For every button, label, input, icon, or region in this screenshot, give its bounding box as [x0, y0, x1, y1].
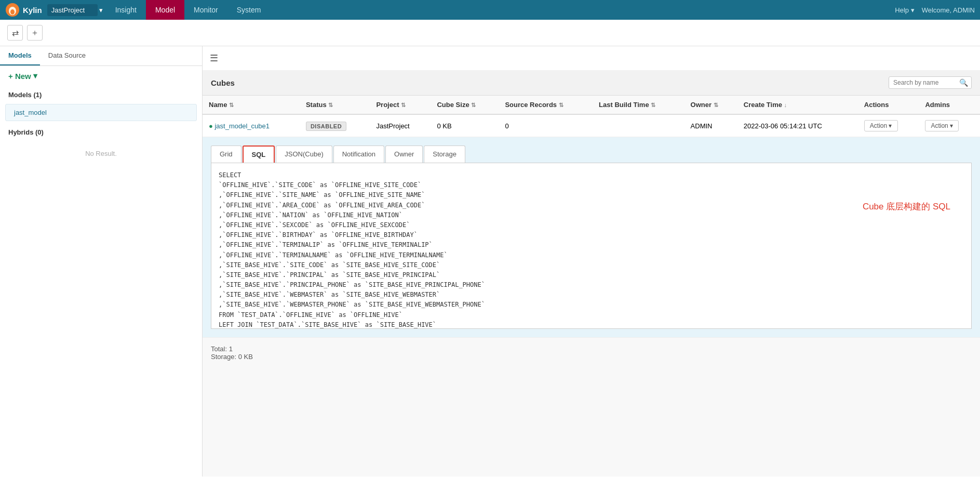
tab-grid[interactable]: Grid	[211, 145, 241, 163]
nav-system[interactable]: System	[227, 0, 271, 20]
cubes-header: Cubes 🔍	[203, 70, 980, 96]
new-button-caret: ▾	[33, 71, 37, 81]
col-admins: Admins	[919, 96, 980, 114]
tab-sql[interactable]: SQL	[243, 145, 275, 163]
expanded-content: Grid SQL JSON(Cube) Notification Owner S…	[203, 137, 980, 337]
no-result-label: No Result.	[0, 139, 202, 168]
tab-owner[interactable]: Owner	[385, 145, 423, 163]
add-button[interactable]: ＋	[27, 25, 43, 41]
expanded-row: Grid SQL JSON(Cube) Notification Owner S…	[203, 137, 980, 338]
sql-code: SELECT `OFFLINE_HIVE`.`SITE_CODE` as `OF…	[219, 170, 964, 329]
col-owner[interactable]: Owner ⇅	[684, 96, 737, 114]
nav-model[interactable]: Model	[146, 0, 184, 20]
cell-project: JastProject	[370, 114, 431, 137]
admins-dropdown[interactable]: Action ▾	[925, 120, 959, 131]
hybrids-section-header: Hybrids (0)	[0, 123, 202, 139]
sidebar-item-model[interactable]: jast_model	[5, 104, 197, 121]
cell-admins: Action ▾	[919, 114, 980, 137]
actions-dropdown[interactable]: Action ▾	[864, 120, 898, 131]
new-button-label: + New	[8, 72, 31, 81]
top-navbar: Kylin JastProject Insight Model Monitor …	[0, 0, 980, 20]
table-header: Name ⇅ Status ⇅ Project ⇅ Cube Size ⇅ So…	[203, 96, 980, 114]
main-layout: Models Data Source + New ▾ Models (1) ja…	[0, 46, 980, 476]
footer: Total: 1 Storage: 0 KB	[203, 338, 980, 368]
tab-models[interactable]: Models	[0, 46, 40, 65]
sidebar: Models Data Source + New ▾ Models (1) ja…	[0, 46, 203, 476]
col-cube-size[interactable]: Cube Size ⇅	[431, 96, 499, 114]
cubes-table: Name ⇅ Status ⇅ Project ⇅ Cube Size ⇅ So…	[203, 96, 980, 338]
help-label: Help	[895, 6, 909, 14]
tab-json[interactable]: JSON(Cube)	[276, 145, 332, 163]
table-row: jast_model_cube1 DISABLED JastProject 0 …	[203, 114, 980, 137]
user-welcome: Welcome, ADMIN	[922, 6, 975, 14]
cell-create-time: 2022-03-06 05:14:21 UTC	[737, 114, 858, 137]
tab-storage[interactable]: Storage	[424, 145, 465, 163]
cubes-section: Cubes 🔍 Name ⇅ Status ⇅ Project ⇅ Cube S…	[203, 70, 980, 338]
nav-insight[interactable]: Insight	[106, 0, 146, 20]
cube-detail-tabs: Grid SQL JSON(Cube) Notification Owner S…	[211, 145, 972, 163]
models-section-header: Models (1)	[0, 86, 202, 102]
col-project[interactable]: Project ⇅	[370, 96, 431, 114]
col-source-records[interactable]: Source Records ⇅	[499, 96, 593, 114]
cell-cube-size: 0 KB	[431, 114, 499, 137]
expanded-cell: Grid SQL JSON(Cube) Notification Owner S…	[203, 137, 980, 338]
cell-name: jast_model_cube1	[203, 114, 300, 137]
project-select[interactable]: JastProject	[47, 4, 98, 16]
model-name: jast_model	[14, 109, 47, 116]
cell-owner: ADMIN	[684, 114, 737, 137]
project-selector-wrap[interactable]: JastProject	[47, 4, 106, 16]
footer-total: Total: 1	[211, 345, 972, 353]
cell-status: DISABLED	[300, 114, 370, 137]
main-content: ☰ Cubes 🔍 Name ⇅ Status ⇅ Project ⇅	[203, 46, 980, 476]
col-status[interactable]: Status ⇅	[300, 96, 370, 114]
col-create-time[interactable]: Create Time ↓	[737, 96, 858, 114]
nav-right: Help ▾ Welcome, ADMIN	[895, 6, 975, 14]
hamburger-menu[interactable]: ☰	[203, 46, 980, 70]
cube-name-link[interactable]: jast_model_cube1	[209, 122, 270, 130]
share-button[interactable]: ⇄	[7, 25, 23, 41]
help-link[interactable]: Help ▾	[895, 6, 914, 14]
cell-source-records: 0	[499, 114, 593, 137]
cell-actions: Action ▾	[858, 114, 919, 137]
brand-logo: Kylin	[5, 3, 42, 17]
tab-datasource[interactable]: Data Source	[40, 46, 94, 65]
status-badge: DISABLED	[306, 122, 346, 131]
table-body: jast_model_cube1 DISABLED JastProject 0 …	[203, 114, 980, 338]
sidebar-tabs: Models Data Source	[0, 46, 202, 66]
cell-last-build-time	[593, 114, 684, 137]
col-actions: Actions	[858, 96, 919, 114]
col-last-build-time[interactable]: Last Build Time ⇅	[593, 96, 684, 114]
footer-storage: Storage: 0 KB	[211, 353, 972, 361]
brand-name: Kylin	[23, 6, 42, 15]
col-name[interactable]: Name ⇅	[203, 96, 300, 114]
nav-monitor[interactable]: Monitor	[184, 0, 227, 20]
toolbar: ⇄ ＋	[0, 20, 980, 46]
sql-panel[interactable]: Cube 底层构建的 SQL SELECT `OFFLINE_HIVE`.`SI…	[211, 163, 972, 329]
cubes-table-wrap: Name ⇅ Status ⇅ Project ⇅ Cube Size ⇅ So…	[203, 96, 980, 338]
tab-notification[interactable]: Notification	[333, 145, 384, 163]
nav-links: Insight Model Monitor System	[106, 0, 895, 20]
svg-point-2	[10, 9, 15, 15]
cubes-title: Cubes	[211, 78, 235, 87]
new-button[interactable]: + New ▾	[0, 66, 46, 86]
search-wrap: 🔍	[889, 76, 972, 89]
kylin-logo-icon	[5, 3, 20, 17]
search-icon: 🔍	[959, 78, 968, 87]
